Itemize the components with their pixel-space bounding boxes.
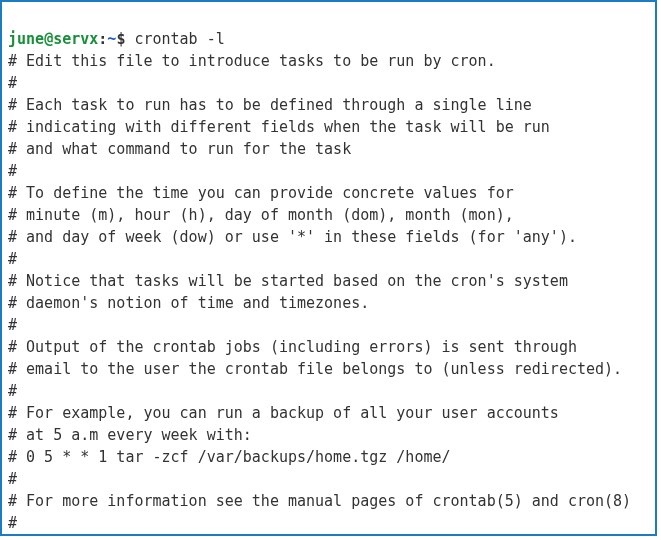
prompt-dollar: $ — [116, 30, 125, 48]
prompt-separator: : — [98, 30, 107, 48]
output-line: # and what command to run for the task — [8, 140, 351, 158]
output-line: # and day of week (dow) or use '*' in th… — [8, 228, 577, 246]
output-line: # — [8, 250, 17, 268]
output-line: # Edit this file to introduce tasks to b… — [8, 52, 496, 70]
output-line: # — [8, 514, 17, 532]
output-line: # To define the time you can provide con… — [8, 184, 514, 202]
output-line: # Notice that tasks will be started base… — [8, 272, 568, 290]
prompt-user: june@servx — [8, 30, 98, 48]
output-line: # at 5 a.m every week with: — [8, 426, 252, 444]
prompt-line-1: june@servx:~$ crontab -l — [8, 30, 225, 48]
output-line: # Output of the crontab jobs (including … — [8, 338, 577, 356]
output-line: # — [8, 162, 17, 180]
output-line: # Each task to run has to be defined thr… — [8, 96, 532, 114]
output-line: # — [8, 470, 17, 488]
output-line: # — [8, 382, 17, 400]
output-line: # For example, you can run a backup of a… — [8, 404, 559, 422]
output-line: # daemon's notion of time and timezones. — [8, 294, 369, 312]
output-line: # 0 5 * * 1 tar -zcf /var/backups/home.t… — [8, 448, 451, 466]
output-line: # For more information see the manual pa… — [8, 492, 631, 510]
output-line: # minute (m), hour (h), day of month (do… — [8, 206, 514, 224]
output-line: # — [8, 74, 17, 92]
output-line: # — [8, 316, 17, 334]
output-line: # email to the user the crontab file bel… — [8, 360, 622, 378]
terminal-window[interactable]: june@servx:~$ crontab -l # Edit this fil… — [0, 0, 657, 536]
output-line: # indicating with different fields when … — [8, 118, 550, 136]
entered-command: crontab -l — [134, 30, 224, 48]
